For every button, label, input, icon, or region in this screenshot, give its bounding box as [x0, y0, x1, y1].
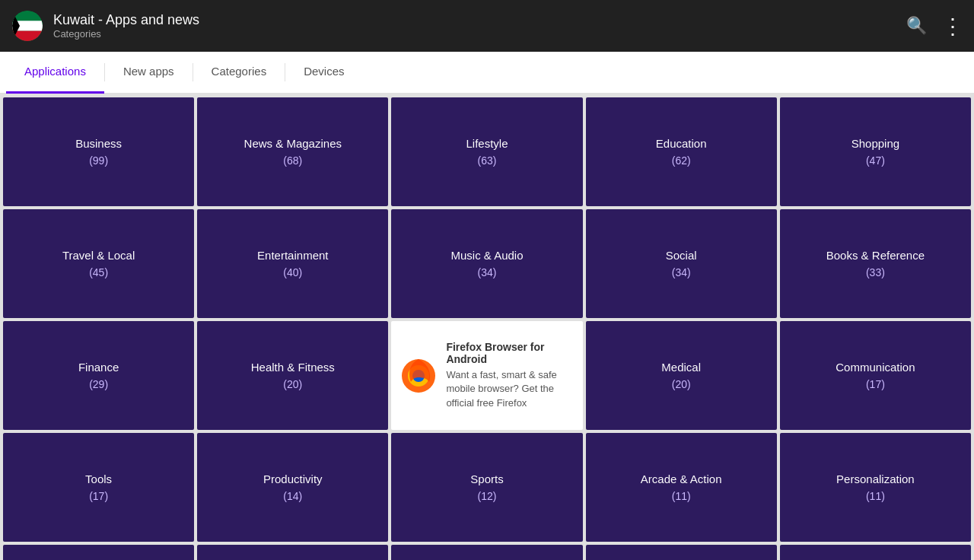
svg-rect-7 — [12, 31, 43, 41]
category-card[interactable]: Business (99) — [3, 97, 194, 206]
category-card[interactable] — [197, 545, 388, 560]
category-card[interactable]: Entertainment (40) — [197, 209, 388, 318]
category-card[interactable]: Books & Reference (33) — [780, 209, 971, 318]
category-card[interactable]: Health & Fitness (20) — [197, 321, 388, 430]
category-card[interactable] — [586, 545, 777, 560]
flag-icon — [12, 11, 43, 41]
category-card[interactable]: Arcade & Action (11) — [586, 433, 777, 542]
category-card[interactable] — [780, 545, 971, 560]
category-card[interactable]: Personalization (11) — [780, 433, 971, 542]
category-grid: Business (99) News & Magazines (68) Life… — [0, 94, 974, 560]
firefox-icon — [400, 358, 437, 394]
category-card[interactable]: Education (62) — [586, 97, 777, 206]
ad-text: Firefox Browser for Android Want a fast,… — [446, 341, 573, 410]
category-card[interactable]: Communication (17) — [780, 321, 971, 430]
category-card[interactable]: Sports (12) — [391, 433, 582, 542]
header-subtitle: Categories — [53, 28, 199, 40]
category-card[interactable] — [3, 545, 194, 560]
category-card[interactable] — [391, 545, 582, 560]
category-card[interactable]: Finance (29) — [3, 321, 194, 430]
firefox-ad-card[interactable]: Firefox Browser for Android Want a fast,… — [391, 321, 582, 430]
category-card[interactable]: Social (34) — [586, 209, 777, 318]
app-title: Kuwait - Apps and news — [53, 12, 199, 28]
tab-applications[interactable]: Applications — [6, 51, 104, 94]
category-card[interactable]: Medical (20) — [586, 321, 777, 430]
category-card[interactable]: Tools (17) — [3, 433, 194, 542]
header-titles: Kuwait - Apps and news Categories — [53, 12, 199, 40]
category-card[interactable]: Travel & Local (45) — [3, 209, 194, 318]
header-left: Kuwait - Apps and news Categories — [12, 11, 199, 41]
category-card[interactable]: Lifestyle (63) — [391, 97, 582, 206]
category-card[interactable]: News & Magazines (68) — [197, 97, 388, 206]
category-card[interactable]: Shopping (47) — [780, 97, 971, 206]
search-icon[interactable]: 🔍 — [906, 16, 927, 36]
category-card[interactable]: Music & Audio (34) — [391, 209, 582, 318]
nav-tabs: Applications New apps Categories Devices — [0, 52, 974, 94]
app-header: Kuwait - Apps and news Categories 🔍 ⋮ — [0, 0, 974, 52]
tab-devices[interactable]: Devices — [285, 51, 362, 94]
overflow-menu-icon[interactable]: ⋮ — [942, 14, 962, 39]
header-right: 🔍 ⋮ — [906, 14, 962, 39]
category-card[interactable]: Productivity (14) — [197, 433, 388, 542]
tab-new-apps[interactable]: New apps — [105, 51, 193, 94]
tab-categories[interactable]: Categories — [193, 51, 285, 94]
